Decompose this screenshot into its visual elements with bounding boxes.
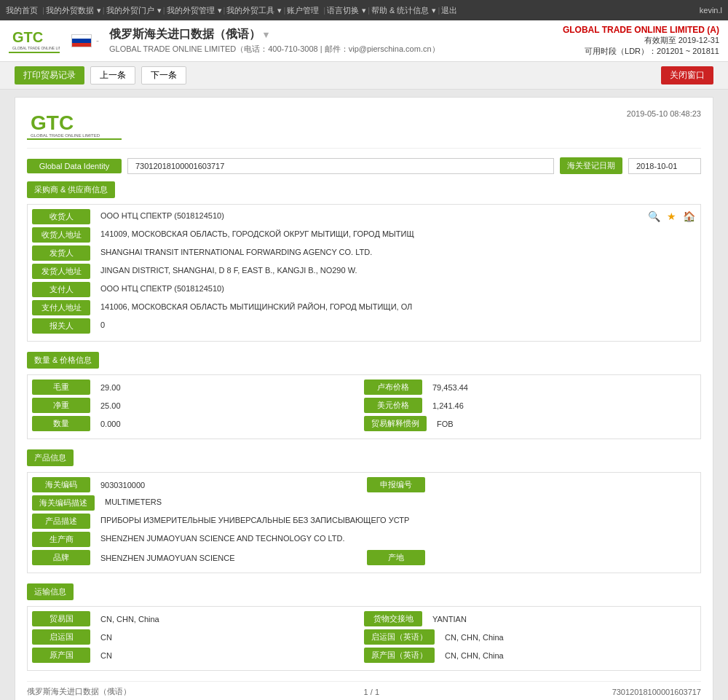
page-info: 俄罗斯海关进口数据（俄语） 1 / 1 73012018100001603717 xyxy=(27,681,701,700)
origin-country-label: 原产国 xyxy=(32,648,90,663)
buyer-supplier-content: 收货人 ООО НТЦ СПЕКТР (5018124510) 🔍 ★ 🏠 收货… xyxy=(27,204,701,342)
dispatch-row: 启运国 CN 启运国（英语） CN, CHN, China xyxy=(32,629,696,645)
nav-home[interactable]: 我的首页 xyxy=(6,5,38,16)
gross-weight-value: 29.00 xyxy=(96,381,364,394)
product-info-section: 产品信息 海关编码 9030310000 申报编号 海关编码描述 MULTIME… xyxy=(27,449,701,573)
delivery-place-field: 货物交接地 YANTIAN xyxy=(364,611,696,626)
header-subtitle: GLOBAL TRADE ONLINE LIMITED（电话：400-710-3… xyxy=(109,44,563,55)
dispatch-country-field: 启运国 CN xyxy=(32,629,364,645)
transport-section: 运输信息 贸易国 CN, CHN, China 货物交接地 YANTIAN 启运… xyxy=(27,583,701,671)
ruble-price-field: 卢布价格 79,453.44 xyxy=(364,380,696,395)
prev-button-top[interactable]: 上一条 xyxy=(90,66,135,84)
brand-label: 品牌 xyxy=(32,550,90,565)
declarant-value: 0 xyxy=(96,318,696,331)
manufacturer-value: SHENZHEN JUMAOYUAN SCIENCE AND TECHNOLOG… xyxy=(96,532,696,545)
payer-address-value: 141006, МОСКОВСКАЯ ОБЛАСТЬ МЫТИЩИНСКИЙ Р… xyxy=(96,300,696,313)
page-source: 俄罗斯海关进口数据（俄语） xyxy=(27,686,131,697)
net-weight-field: 净重 25.00 xyxy=(32,398,364,413)
consignee-address-label: 收货人地址 xyxy=(32,227,90,243)
customs-code-desc-label: 海关编码描述 xyxy=(32,495,95,511)
page-title: 俄罗斯海关进口数据（俄语） ▾ xyxy=(109,27,563,42)
quantity-value: 0.000 xyxy=(96,417,364,430)
document-timestamp: 2019-05-10 08:48:23 xyxy=(627,109,701,118)
flag-area: - xyxy=(71,34,103,47)
payer-address-label: 支付人地址 xyxy=(32,300,90,315)
product-desc-value: ПРИБОРЫ ИЗМЕРИТЕЛЬНЫЕ УНИВЕРСАЛЬНЫЕ БЕЗ … xyxy=(96,514,696,527)
nav-logout[interactable]: 退出 xyxy=(441,5,457,16)
close-button-top[interactable]: 关闭窗口 xyxy=(661,66,713,84)
flag-separator: - xyxy=(96,36,99,46)
quantity-label: 数量 xyxy=(32,416,90,431)
page-header: GTC GLOBAL TRADE ONLINE LIMITED - 俄罗斯海关进… xyxy=(0,20,728,62)
consignee-address-row: 收货人地址 141009, МОСКОВСКАЯ ОБЛАСТЬ, ГОРОДС… xyxy=(32,227,696,243)
document-header: GTC GLOBAL TRADE ONLINE LIMITED 2019-05-… xyxy=(27,109,701,149)
next-button-top[interactable]: 下一条 xyxy=(141,66,186,84)
product-desc-label: 产品描述 xyxy=(32,514,90,529)
consignee-address-value: 141009, МОСКОВСКАЯ ОБЛАСТЬ, ГОРОДСКОЙ ОК… xyxy=(96,227,696,240)
customs-code-desc-row: 海关编码描述 MULTIMETERS xyxy=(32,495,696,511)
star-icon[interactable]: ★ xyxy=(664,209,678,224)
page-number: 1 / 1 xyxy=(364,688,379,696)
payer-address-row: 支付人地址 141006, МОСКОВСКАЯ ОБЛАСТЬ МЫТИЩИН… xyxy=(32,300,696,315)
trade-country-field: 贸易国 CN, CHN, China xyxy=(32,611,364,626)
consignee-icons: 🔍 ★ 🏠 xyxy=(646,209,696,224)
origin-country-row: 原产国 CN 原产国（英语） CN, CHN, China xyxy=(32,648,696,663)
shipper-label: 发货人 xyxy=(32,245,90,261)
product-desc-row: 产品描述 ПРИБОРЫ ИЗМЕРИТЕЛЬНЫЕ УНИВЕРСАЛЬНЫЕ… xyxy=(32,514,696,529)
print-button-top[interactable]: 打印贸易记录 xyxy=(15,66,84,84)
nav-portal[interactable]: 我的外贸门户 xyxy=(106,5,154,16)
quantity-price-content: 毛重 29.00 卢布价格 79,453.44 净重 25.00 美元价格 1,… xyxy=(27,374,701,439)
declaration-code-value xyxy=(431,483,696,487)
trade-country-label: 贸易国 xyxy=(32,611,90,626)
net-weight-value: 25.00 xyxy=(96,399,364,412)
svg-text:GLOBAL TRADE ONLINE LIMITED: GLOBAL TRADE ONLINE LIMITED xyxy=(12,46,60,50)
declarant-label: 报关人 xyxy=(32,318,90,334)
origin-country-en-label: 原产国（英语） xyxy=(364,648,435,663)
home-icon[interactable]: 🏠 xyxy=(681,209,696,224)
nav-help[interactable]: 帮助 & 统计信息 xyxy=(371,5,429,16)
main-content: GTC GLOBAL TRADE ONLINE LIMITED 2019-05-… xyxy=(15,97,713,700)
header-title-area: 俄罗斯海关进口数据（俄语） ▾ GLOBAL TRADE ONLINE LIMI… xyxy=(109,27,563,55)
svg-text:GLOBAL TRADE ONLINE LIMITED: GLOBAL TRADE ONLINE LIMITED xyxy=(31,133,100,138)
ruble-price-value: 79,453.44 xyxy=(428,381,696,394)
usd-price-field: 美元价格 1,241.46 xyxy=(364,398,696,413)
ruble-price-label: 卢布价格 xyxy=(364,380,422,395)
brand-value: SHENZHEN JUMAOYUAN SCIENCE xyxy=(96,551,361,565)
delivery-place-label: 货物交接地 xyxy=(364,611,422,626)
transport-title: 运输信息 xyxy=(27,583,74,600)
customs-date-label: 海关登记日期 xyxy=(560,157,622,174)
payer-row: 支付人 ООО НТЦ СПЕКТР (5018124510) xyxy=(32,282,696,297)
svg-text:GTC: GTC xyxy=(31,111,74,134)
manufacturer-row: 生产商 SHENZHEN JUMAOYUAN SCIENCE AND TECHN… xyxy=(32,532,696,547)
transport-content: 贸易国 CN, CHN, China 货物交接地 YANTIAN 启运国 CN … xyxy=(27,606,701,671)
gross-weight-field: 毛重 29.00 xyxy=(32,380,364,395)
nav-tools-2[interactable]: 我的外贸工具 xyxy=(226,5,274,16)
qty-trade-row: 数量 0.000 贸易解释惯例 FOB xyxy=(32,416,696,431)
usd-price-label: 美元价格 xyxy=(364,398,422,413)
nav-trade-data[interactable]: 我的外贸数据 xyxy=(46,5,94,16)
nav-tools-1[interactable]: 我的外贸管理 xyxy=(167,5,215,16)
net-weight-label: 净重 xyxy=(32,398,90,413)
nav-language[interactable]: 语言切换 xyxy=(327,5,359,16)
search-icon[interactable]: 🔍 xyxy=(646,209,661,224)
origin-country-value: CN xyxy=(96,649,364,662)
dispatch-country-value: CN xyxy=(96,631,364,644)
consignee-label: 收货人 xyxy=(32,209,90,224)
svg-text:GTC: GTC xyxy=(12,29,43,45)
trade-term-field: 贸易解释惯例 FOB xyxy=(364,416,696,431)
buyer-supplier-title: 采购商 & 供应商信息 xyxy=(27,181,115,198)
gtc-logo: GTC GLOBAL TRADE ONLINE LIMITED xyxy=(9,26,60,55)
shipper-address-value: JINGAN DISTRICT, SHANGHAI, D 8 F, EAST B… xyxy=(96,264,696,277)
company-name: GLOBAL TRADE ONLINE LIMITED (A) xyxy=(563,25,719,35)
shipper-value: SHANGHAI TRANSIT INTERNATIONAL FORWARDIN… xyxy=(96,245,696,259)
trade-country-delivery-row: 贸易国 CN, CHN, China 货物交接地 YANTIAN xyxy=(32,611,696,626)
declaration-code-label: 申报编号 xyxy=(367,477,425,492)
nav-account[interactable]: 账户管理 xyxy=(287,5,319,16)
top-navigation: 我的首页 | 我的外贸数据▾ | 我的外贸门户▾ | 我的外贸管理▾ | 我的外… xyxy=(0,0,728,20)
global-data-identity-value: 73012018100001603717 xyxy=(127,158,554,174)
origin-value xyxy=(431,556,696,560)
product-info-title: 产品信息 xyxy=(27,449,74,466)
product-info-content: 海关编码 9030310000 申报编号 海关编码描述 MULTIMETERS … xyxy=(27,472,701,573)
shipper-row: 发货人 SHANGHAI TRANSIT INTERNATIONAL FORWA… xyxy=(32,245,696,261)
header-right-info: GLOBAL TRADE ONLINE LIMITED (A) 有效期至 201… xyxy=(563,25,719,57)
